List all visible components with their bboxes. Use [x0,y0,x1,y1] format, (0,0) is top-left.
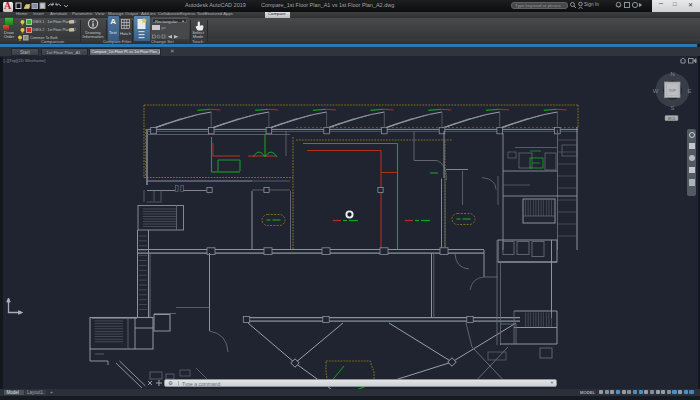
svg-text:N: N [670,71,674,77]
svg-text:W: W [653,88,659,94]
svg-text:TOP: TOP [669,89,677,93]
svg-text:WCS: WCS [668,117,675,121]
svg-text:S: S [671,105,675,111]
svg-text:E: E [688,88,692,94]
